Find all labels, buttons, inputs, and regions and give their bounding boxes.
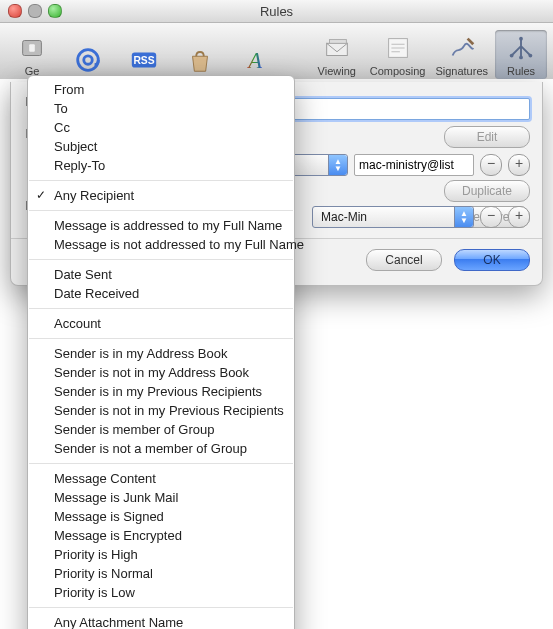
- menu-item-label: Sender is in my Previous Recipients: [54, 384, 262, 399]
- menu-item[interactable]: Message is Signed: [28, 507, 294, 526]
- menu-item-label: Sender is not a member of Group: [54, 441, 247, 456]
- menu-item[interactable]: Sender is not in my Address Book: [28, 363, 294, 382]
- toolbar-item-viewing[interactable]: Viewing: [311, 30, 363, 79]
- edit-rule-button[interactable]: Edit: [444, 126, 530, 148]
- add-action-button[interactable]: +: [508, 206, 530, 228]
- fonts-icon: A: [240, 44, 272, 76]
- menu-item-label: Any Attachment Name: [54, 615, 183, 629]
- menu-item-label: Any Recipient: [54, 188, 134, 203]
- signature-icon: [446, 32, 478, 64]
- svg-point-14: [510, 54, 514, 58]
- menu-item[interactable]: Message is Encrypted: [28, 526, 294, 545]
- menu-item-label: Priority is High: [54, 547, 138, 562]
- menu-item-label: Priority is Low: [54, 585, 135, 600]
- toolbar-item-fonts[interactable]: A: [230, 42, 282, 79]
- menu-item-label: Message is not addressed to my Full Name: [54, 237, 304, 252]
- menu-item[interactable]: Any Attachment Name: [28, 613, 294, 629]
- svg-point-13: [519, 37, 523, 41]
- menu-separator: [29, 259, 293, 260]
- menu-item[interactable]: Account: [28, 314, 294, 333]
- menu-item-label: Message is addressed to my Full Name: [54, 218, 282, 233]
- menu-item-label: Message is Signed: [54, 509, 164, 524]
- menu-item[interactable]: Reply-To: [28, 156, 294, 175]
- svg-point-2: [78, 50, 99, 71]
- menu-separator: [29, 210, 293, 211]
- menu-item-label: Priority is Normal: [54, 566, 153, 581]
- menu-item[interactable]: Sender is not a member of Group: [28, 439, 294, 458]
- switch-icon: [16, 32, 48, 64]
- at-sign-icon: [72, 44, 104, 76]
- menu-item-label: Account: [54, 316, 101, 331]
- menu-item[interactable]: Message Content: [28, 469, 294, 488]
- preferences-toolbar: Ge RSS A: [0, 23, 553, 82]
- menu-item[interactable]: Message is addressed to my Full Name: [28, 216, 294, 235]
- toolbar-item-accounts[interactable]: [62, 42, 114, 79]
- menu-item-label: To: [54, 101, 68, 116]
- menu-separator: [29, 463, 293, 464]
- menu-item[interactable]: Cc: [28, 118, 294, 137]
- action-mailbox-select[interactable]: Mac-Min ▲▼: [312, 206, 474, 228]
- menu-item[interactable]: From: [28, 80, 294, 99]
- preferences-window: Rules Ge RSS: [0, 0, 553, 629]
- rss-icon: RSS: [128, 44, 160, 76]
- menu-item[interactable]: Priority is Low: [28, 583, 294, 602]
- condition-value-field[interactable]: [354, 154, 474, 176]
- condition-criteria-menu[interactable]: FromToCcSubjectReply-To✓Any RecipientMes…: [27, 75, 295, 629]
- menu-item-label: Sender is in my Address Book: [54, 346, 227, 361]
- checkmark-icon: ✓: [36, 187, 46, 204]
- svg-point-3: [84, 56, 92, 64]
- toolbar-label-rules: Rules: [507, 65, 535, 77]
- menu-item-label: Date Received: [54, 286, 139, 301]
- menu-item[interactable]: Subject: [28, 137, 294, 156]
- toolbar-item-junk[interactable]: [174, 42, 226, 79]
- toolbar-item-rss[interactable]: RSS: [118, 42, 170, 79]
- cancel-button[interactable]: Cancel: [366, 249, 442, 271]
- menu-item[interactable]: To: [28, 99, 294, 118]
- menu-item-label: From: [54, 82, 84, 97]
- toolbar-item-rules[interactable]: Rules: [495, 30, 547, 79]
- remove-condition-button[interactable]: −: [480, 154, 502, 176]
- menu-item-label: Reply-To: [54, 158, 105, 173]
- add-condition-button[interactable]: +: [508, 154, 530, 176]
- menu-separator: [29, 308, 293, 309]
- svg-rect-7: [326, 43, 347, 55]
- toolbar-item-general[interactable]: Ge: [6, 30, 58, 79]
- window-title: Rules: [0, 4, 553, 19]
- compose-icon: [382, 32, 414, 64]
- menu-item-label: Sender is not in my Previous Recipients: [54, 403, 284, 418]
- menu-item[interactable]: Date Received: [28, 284, 294, 303]
- svg-rect-1: [29, 44, 35, 52]
- junk-bag-icon: [184, 44, 216, 76]
- remove-action-button[interactable]: −: [480, 206, 502, 228]
- menu-item[interactable]: Message is not addressed to my Full Name: [28, 235, 294, 254]
- window-controls: [0, 4, 62, 18]
- rules-branch-icon: [505, 32, 537, 64]
- menu-item-label: Message is Junk Mail: [54, 490, 178, 505]
- menu-item[interactable]: Priority is Normal: [28, 564, 294, 583]
- menu-item[interactable]: Date Sent: [28, 265, 294, 284]
- duplicate-rule-button[interactable]: Duplicate: [444, 180, 530, 202]
- menu-item[interactable]: Sender is in my Previous Recipients: [28, 382, 294, 401]
- svg-point-16: [519, 56, 523, 60]
- menu-item[interactable]: ✓Any Recipient: [28, 186, 294, 205]
- svg-rect-8: [329, 40, 346, 44]
- menu-item[interactable]: Message is Junk Mail: [28, 488, 294, 507]
- envelope-stack-icon: [321, 32, 353, 64]
- menu-separator: [29, 180, 293, 181]
- close-window-button[interactable]: [8, 4, 22, 18]
- svg-text:RSS: RSS: [133, 55, 154, 66]
- svg-text:A: A: [246, 48, 262, 73]
- menu-item[interactable]: Sender is in my Address Book: [28, 344, 294, 363]
- minimize-window-button[interactable]: [28, 4, 42, 18]
- toolbar-item-composing[interactable]: Composing: [367, 30, 429, 79]
- menu-item-label: Sender is member of Group: [54, 422, 214, 437]
- titlebar: Rules: [0, 0, 553, 23]
- menu-item[interactable]: Sender is member of Group: [28, 420, 294, 439]
- menu-item-label: Subject: [54, 139, 97, 154]
- menu-item-label: Message is Encrypted: [54, 528, 182, 543]
- menu-item[interactable]: Sender is not in my Previous Recipients: [28, 401, 294, 420]
- toolbar-item-signatures[interactable]: Signatures: [432, 30, 491, 79]
- menu-item[interactable]: Priority is High: [28, 545, 294, 564]
- zoom-window-button[interactable]: [48, 4, 62, 18]
- ok-button[interactable]: OK: [454, 249, 530, 271]
